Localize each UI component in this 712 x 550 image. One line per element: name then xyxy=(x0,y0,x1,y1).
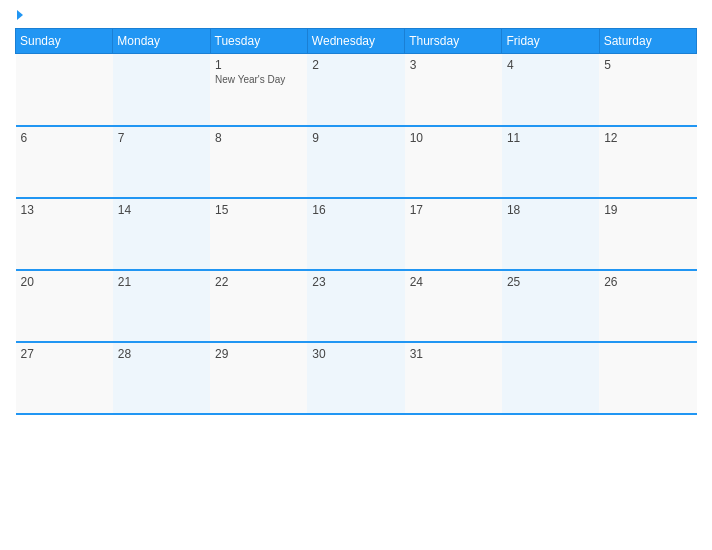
calendar-header xyxy=(15,10,697,20)
week-row-1: 6789101112 xyxy=(16,126,697,198)
day-number: 11 xyxy=(507,131,594,145)
calendar-cell xyxy=(502,342,599,414)
day-number: 24 xyxy=(410,275,497,289)
calendar-cell: 17 xyxy=(405,198,502,270)
calendar-cell: 6 xyxy=(16,126,113,198)
day-number: 1 xyxy=(215,58,302,72)
calendar-container: SundayMondayTuesdayWednesdayThursdayFrid… xyxy=(0,0,712,550)
day-header-tuesday: Tuesday xyxy=(210,29,307,54)
calendar-cell: 3 xyxy=(405,54,502,126)
day-number: 5 xyxy=(604,58,691,72)
day-number: 12 xyxy=(604,131,691,145)
day-number: 31 xyxy=(410,347,497,361)
calendar-cell: 22 xyxy=(210,270,307,342)
calendar-cell: 16 xyxy=(307,198,404,270)
day-number: 8 xyxy=(215,131,302,145)
day-number: 21 xyxy=(118,275,205,289)
day-number: 16 xyxy=(312,203,399,217)
day-number: 26 xyxy=(604,275,691,289)
calendar-cell: 2 xyxy=(307,54,404,126)
calendar-cell: 18 xyxy=(502,198,599,270)
day-event: New Year's Day xyxy=(215,74,302,85)
calendar-cell: 24 xyxy=(405,270,502,342)
calendar-cell: 13 xyxy=(16,198,113,270)
day-number: 15 xyxy=(215,203,302,217)
day-number: 27 xyxy=(21,347,108,361)
day-number: 18 xyxy=(507,203,594,217)
calendar-cell: 10 xyxy=(405,126,502,198)
calendar-cell: 25 xyxy=(502,270,599,342)
calendar-cell: 28 xyxy=(113,342,210,414)
day-header-wednesday: Wednesday xyxy=(307,29,404,54)
day-number: 29 xyxy=(215,347,302,361)
day-number: 9 xyxy=(312,131,399,145)
calendar-cell xyxy=(16,54,113,126)
day-number: 28 xyxy=(118,347,205,361)
calendar-cell: 20 xyxy=(16,270,113,342)
day-header-saturday: Saturday xyxy=(599,29,696,54)
day-number: 2 xyxy=(312,58,399,72)
calendar-cell: 30 xyxy=(307,342,404,414)
day-number: 17 xyxy=(410,203,497,217)
calendar-cell: 27 xyxy=(16,342,113,414)
calendar-cell: 29 xyxy=(210,342,307,414)
day-number: 25 xyxy=(507,275,594,289)
day-number: 7 xyxy=(118,131,205,145)
week-row-2: 13141516171819 xyxy=(16,198,697,270)
week-row-4: 2728293031 xyxy=(16,342,697,414)
calendar-cell: 11 xyxy=(502,126,599,198)
day-number: 20 xyxy=(21,275,108,289)
calendar-cell: 8 xyxy=(210,126,307,198)
day-number: 30 xyxy=(312,347,399,361)
calendar-cell: 14 xyxy=(113,198,210,270)
calendar-cell: 7 xyxy=(113,126,210,198)
calendar-cell: 5 xyxy=(599,54,696,126)
calendar-cell: 26 xyxy=(599,270,696,342)
calendar-cell: 31 xyxy=(405,342,502,414)
day-number: 13 xyxy=(21,203,108,217)
day-header-friday: Friday xyxy=(502,29,599,54)
calendar-cell: 23 xyxy=(307,270,404,342)
day-number: 14 xyxy=(118,203,205,217)
day-number: 10 xyxy=(410,131,497,145)
calendar-cell: 12 xyxy=(599,126,696,198)
week-row-3: 20212223242526 xyxy=(16,270,697,342)
calendar-cell: 1New Year's Day xyxy=(210,54,307,126)
calendar-table: SundayMondayTuesdayWednesdayThursdayFrid… xyxy=(15,28,697,415)
day-header-thursday: Thursday xyxy=(405,29,502,54)
day-number: 4 xyxy=(507,58,594,72)
day-number: 19 xyxy=(604,203,691,217)
day-header-sunday: Sunday xyxy=(16,29,113,54)
day-number: 3 xyxy=(410,58,497,72)
day-number: 6 xyxy=(21,131,108,145)
calendar-cell xyxy=(599,342,696,414)
day-header-monday: Monday xyxy=(113,29,210,54)
calendar-cell: 15 xyxy=(210,198,307,270)
week-row-0: 1New Year's Day2345 xyxy=(16,54,697,126)
calendar-cell: 21 xyxy=(113,270,210,342)
calendar-cell: 9 xyxy=(307,126,404,198)
logo xyxy=(15,10,23,20)
logo-triangle-icon xyxy=(17,10,23,20)
calendar-cell: 19 xyxy=(599,198,696,270)
calendar-cell xyxy=(113,54,210,126)
days-header-row: SundayMondayTuesdayWednesdayThursdayFrid… xyxy=(16,29,697,54)
calendar-cell: 4 xyxy=(502,54,599,126)
day-number: 22 xyxy=(215,275,302,289)
day-number: 23 xyxy=(312,275,399,289)
